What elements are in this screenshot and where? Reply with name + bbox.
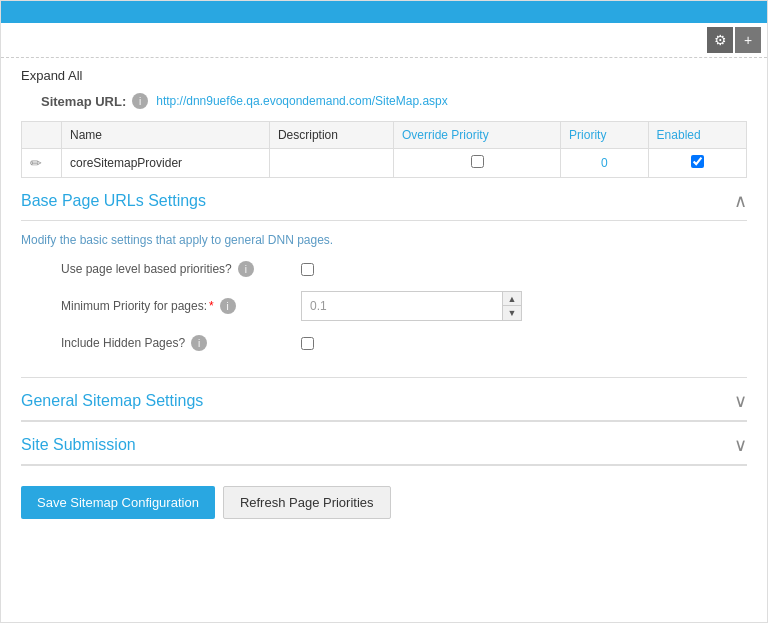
table-header-row: Name Description Override Priority Prior… xyxy=(22,122,747,149)
buttons-row: Save Sitemap Configuration Refresh Page … xyxy=(21,466,747,529)
table-cell-priority: 0 xyxy=(561,149,649,178)
col-header-enabled: Enabled xyxy=(648,122,746,149)
required-star: * xyxy=(209,299,214,313)
col-header-name: Name xyxy=(62,122,270,149)
save-button[interactable]: Save Sitemap Configuration xyxy=(21,486,215,519)
form-row-hidden-pages: Include Hidden Pages? i xyxy=(21,335,747,351)
include-hidden-info-icon[interactable]: i xyxy=(191,335,207,351)
form-input-page-level xyxy=(301,263,314,276)
section-site-submission[interactable]: Site Submission ∨ xyxy=(21,422,747,465)
form-label-hidden-pages: Include Hidden Pages? i xyxy=(61,335,301,351)
col-header-priority: Priority xyxy=(561,122,649,149)
refresh-button[interactable]: Refresh Page Priorities xyxy=(223,486,391,519)
section-general-sitemap-chevron: ∨ xyxy=(734,390,747,412)
include-hidden-checkbox[interactable] xyxy=(301,337,314,350)
spinner-buttons: ▲ ▼ xyxy=(502,292,521,320)
sitemap-url-info-icon[interactable]: i xyxy=(132,93,148,109)
page-level-checkbox[interactable] xyxy=(301,263,314,276)
table-cell-description xyxy=(269,149,393,178)
spinner-up-button[interactable]: ▲ xyxy=(503,292,521,306)
table-row: ✏ coreSitemapProvider 0 xyxy=(22,149,747,178)
plus-icon[interactable]: + xyxy=(735,27,761,53)
table-cell-override-priority xyxy=(394,149,561,178)
gear-icon[interactable]: ⚙ xyxy=(707,27,733,53)
col-header-override-priority: Override Priority xyxy=(394,122,561,149)
expand-all-link[interactable]: Expand All xyxy=(21,68,747,83)
sitemap-url-row: Sitemap URL: i http://dnn9uef6e.qa.evoqo… xyxy=(21,93,747,109)
col-header-description: Description xyxy=(269,122,393,149)
form-row-min-priority: Minimum Priority for pages: * i ▲ ▼ xyxy=(21,291,747,321)
section-base-page-urls[interactable]: Base Page URLs Settings ∧ xyxy=(21,178,747,221)
section-base-page-urls-description: Modify the basic settings that apply to … xyxy=(21,233,747,247)
form-input-min-priority: ▲ ▼ xyxy=(301,291,522,321)
table-cell-edit: ✏ xyxy=(22,149,62,178)
form-label-min-priority: Minimum Priority for pages: * i xyxy=(61,298,301,314)
edit-icon[interactable]: ✏ xyxy=(30,155,42,171)
min-priority-input-wrapper: ▲ ▼ xyxy=(301,291,522,321)
section-general-sitemap[interactable]: General Sitemap Settings ∨ xyxy=(21,378,747,421)
form-label-page-level: Use page level based priorities? i xyxy=(61,261,301,277)
providers-table: Name Description Override Priority Prior… xyxy=(21,121,747,178)
spinner-down-button[interactable]: ▼ xyxy=(503,306,521,320)
table-cell-name: coreSitemapProvider xyxy=(62,149,270,178)
table-cell-enabled xyxy=(648,149,746,178)
min-priority-input[interactable] xyxy=(302,292,502,320)
main-content: Expand All Sitemap URL: i http://dnn9uef… xyxy=(1,58,767,539)
top-bar xyxy=(1,1,767,23)
sitemap-url-link[interactable]: http://dnn9uef6e.qa.evoqondemand.com/Sit… xyxy=(156,94,448,108)
sitemap-url-label: Sitemap URL: xyxy=(41,94,126,109)
form-row-page-level: Use page level based priorities? i xyxy=(21,261,747,277)
section-site-submission-chevron: ∨ xyxy=(734,434,747,456)
section-base-page-urls-chevron: ∧ xyxy=(734,190,747,212)
section-base-page-urls-content: Modify the basic settings that apply to … xyxy=(21,221,747,377)
min-priority-info-icon[interactable]: i xyxy=(220,298,236,314)
section-general-sitemap-title: General Sitemap Settings xyxy=(21,392,203,410)
enabled-checkbox[interactable] xyxy=(691,155,704,168)
override-priority-checkbox[interactable] xyxy=(471,155,484,168)
page-level-info-icon[interactable]: i xyxy=(238,261,254,277)
section-site-submission-title: Site Submission xyxy=(21,436,136,454)
col-header-edit xyxy=(22,122,62,149)
section-base-page-urls-title: Base Page URLs Settings xyxy=(21,192,206,210)
page-wrapper: ⚙ + Expand All Sitemap URL: i http://dnn… xyxy=(0,0,768,623)
form-input-hidden-pages xyxy=(301,337,314,350)
toolbar-row: ⚙ + xyxy=(1,23,767,58)
